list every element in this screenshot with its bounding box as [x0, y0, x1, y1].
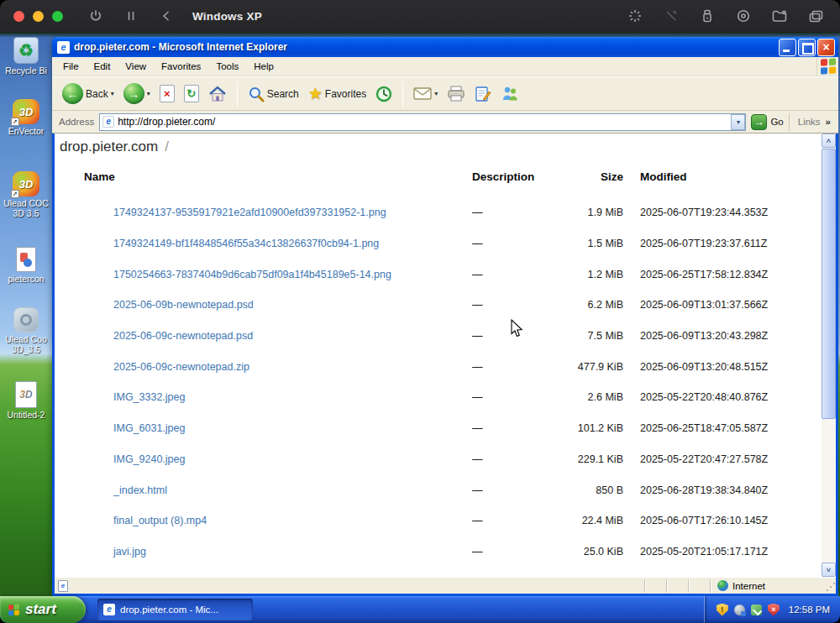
- ie-titlebar[interactable]: e drop.pieter.com - Microsoft Internet E…: [52, 37, 838, 57]
- file-size: 229.1 KiB: [575, 453, 623, 465]
- home-icon: [208, 86, 227, 102]
- gray-app-icon: [13, 307, 39, 332]
- file-description: —: [472, 484, 575, 496]
- stop-button[interactable]: ×: [156, 83, 178, 104]
- maximize-button[interactable]: [798, 39, 816, 56]
- back-dropdown-icon[interactable]: ▾: [111, 90, 114, 97]
- file-link[interactable]: IMG_3332.jpeg: [60, 391, 472, 403]
- desktop-icon-ulead-coc[interactable]: 3D➚Ulead COC 3D 3.5: [0, 171, 52, 218]
- power-icon[interactable]: [88, 8, 103, 24]
- print-button[interactable]: [444, 84, 469, 103]
- search-button[interactable]: Search: [244, 84, 302, 104]
- update-tray-icon[interactable]: [751, 605, 762, 615]
- back-button[interactable]: ← Back ▾: [59, 81, 118, 106]
- forward-dropdown-icon[interactable]: ▾: [147, 90, 150, 97]
- hardware-tray-icon[interactable]: [734, 605, 745, 615]
- shortcut-arrow-icon: ➚: [11, 190, 19, 198]
- pause-icon[interactable]: [123, 8, 139, 24]
- scrollbar-thumb[interactable]: [822, 149, 836, 419]
- toolbar-separator: [237, 81, 238, 107]
- capture-disabled-icon[interactable]: [664, 8, 679, 24]
- links-overflow-icon[interactable]: »: [826, 117, 831, 127]
- file-link[interactable]: 2025-06-09b-newnotepad.psd: [60, 299, 472, 311]
- file-link[interactable]: final_output (8).mp4: [60, 515, 472, 526]
- desktop-icon-untitled-2[interactable]: 3DUntitled-2: [0, 381, 52, 420]
- back-icon[interactable]: [159, 8, 174, 24]
- file-modified: 2025-06-07T17:26:10.145Z: [640, 515, 836, 526]
- zoom-window-icon[interactable]: [52, 11, 63, 22]
- desktop-icon-recycle-bi[interactable]: ♻Recycle Bi: [0, 37, 52, 76]
- file-row: 2025-06-09c-newnotepad.psd—7.5 MiB2025-0…: [60, 321, 836, 352]
- go-button[interactable]: → Go: [751, 114, 783, 130]
- edit-button[interactable]: [471, 84, 495, 104]
- desktop-icon-pietercon[interactable]: pietercon: [0, 247, 52, 284]
- internet-globe-icon: [717, 580, 728, 591]
- minimize-button[interactable]: [779, 39, 796, 56]
- favorites-label: Favorites: [325, 88, 366, 100]
- back-arrow-icon: ←: [62, 83, 83, 104]
- menu-edit[interactable]: Edit: [87, 59, 118, 74]
- mail-button[interactable]: ▾: [410, 85, 441, 102]
- security-warning-tray-icon[interactable]: !: [717, 604, 728, 616]
- desktop-icon-ulead-coo[interactable]: Ulead Coo 3D_3.5: [0, 307, 52, 354]
- favorites-button[interactable]: ★ Favorites: [305, 84, 370, 103]
- minimize-window-icon[interactable]: [33, 11, 44, 22]
- disc-icon[interactable]: [736, 8, 751, 24]
- file-size: 1.9 MiB: [575, 207, 623, 218]
- file-link[interactable]: IMG_6031.jpeg: [60, 422, 472, 434]
- stop-icon: ×: [160, 85, 175, 102]
- print-icon: [447, 86, 465, 102]
- file-link[interactable]: 1750254663-7837404b9d6cab75df09a1f4b4518…: [60, 269, 472, 280]
- close-button[interactable]: ×: [817, 39, 835, 56]
- file-link[interactable]: 2025-06-09c-newnotepad.zip: [60, 361, 472, 373]
- menu-help[interactable]: Help: [246, 59, 281, 74]
- vertical-scrollbar[interactable]: ˄ ˅: [822, 134, 836, 577]
- forward-button[interactable]: → ▾: [120, 81, 154, 106]
- file-link[interactable]: 2025-06-09c-newnotepad.psd: [60, 330, 472, 342]
- file-link[interactable]: _index.html: [60, 484, 472, 496]
- file-description: —: [472, 361, 575, 373]
- menu-favorites[interactable]: Favorites: [154, 59, 208, 74]
- file-link[interactable]: javi.jpg: [60, 546, 472, 558]
- home-button[interactable]: [205, 84, 230, 104]
- address-input[interactable]: e http://drop.pieter.com/ ▾: [99, 113, 746, 131]
- file-size: 1.5 MiB: [575, 238, 623, 249]
- shortcut-arrow-icon: ➚: [11, 118, 19, 126]
- desktop-icon-envector[interactable]: 3D➚EnVector: [0, 99, 52, 136]
- start-button[interactable]: start: [0, 596, 86, 623]
- history-button[interactable]: [372, 84, 396, 104]
- shared-folder-icon[interactable]: [772, 8, 787, 24]
- desktop-icon-label: pietercon: [8, 274, 44, 284]
- address-dropdown-icon[interactable]: ▾: [731, 114, 745, 130]
- usb-icon[interactable]: [700, 8, 715, 24]
- links-bar[interactable]: Links »: [789, 113, 836, 131]
- displays-icon[interactable]: [808, 8, 823, 24]
- file-row: IMG_3332.jpeg—2.6 MiB2025-05-22T20:48:40…: [60, 382, 836, 413]
- file-row: final_output (8).mp4—22.4 MiB2025-06-07T…: [60, 505, 836, 537]
- menu-view[interactable]: View: [118, 59, 154, 74]
- doc3d-icon: 3D: [15, 381, 37, 408]
- mail-dropdown-icon[interactable]: ▾: [434, 90, 438, 97]
- clock[interactable]: 12:58 PM: [789, 605, 830, 615]
- taskbar: start e drop.pieter.com - Mic... ! × 12:…: [0, 596, 840, 623]
- resize-grip[interactable]: [825, 583, 835, 593]
- menu-tools[interactable]: Tools: [208, 59, 246, 74]
- security-alert-tray-icon[interactable]: ×: [768, 604, 780, 616]
- file-size: 1.2 MiB: [575, 269, 623, 280]
- file-link[interactable]: IMG_9240.jpeg: [60, 453, 472, 465]
- file-link[interactable]: 1749324149-bf1f4848546f55a34c13826637f0c…: [60, 238, 472, 249]
- edit-icon: [475, 86, 491, 102]
- file-modified: 2025-06-07T19:23:44.353Z: [640, 207, 836, 218]
- task-label: drop.pieter.com - Mic...: [120, 605, 218, 615]
- messenger-button[interactable]: [497, 84, 522, 103]
- taskbar-task-ie[interactable]: e drop.pieter.com - Mic...: [97, 599, 253, 620]
- file-modified: 2025-06-07T19:23:37.611Z: [640, 238, 836, 249]
- close-window-icon[interactable]: [13, 11, 24, 22]
- menu-file[interactable]: File: [55, 59, 87, 74]
- file-link[interactable]: 1749324137-9535917921e2afd10900efd397331…: [60, 207, 472, 218]
- scroll-up-icon[interactable]: ˄: [822, 134, 836, 148]
- messenger-icon: [501, 86, 519, 102]
- refresh-button[interactable]: ↻: [181, 83, 202, 104]
- scroll-down-icon[interactable]: ˅: [822, 563, 836, 577]
- file-modified: 2025-06-09T13:20:43.298Z: [640, 330, 836, 342]
